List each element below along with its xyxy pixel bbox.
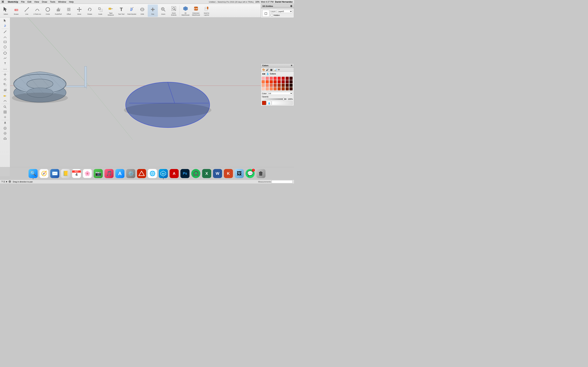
active-color-swatch[interactable]	[262, 101, 266, 105]
color-swatch[interactable]	[289, 77, 293, 80]
tool-move[interactable]: Move	[74, 5, 84, 17]
color-swatch[interactable]	[289, 87, 293, 90]
tool-select[interactable]: Select	[1, 5, 11, 17]
apple-menu[interactable]: ⌘	[1, 0, 4, 3]
opacity-handle[interactable]	[283, 98, 284, 100]
color-swatch[interactable]	[289, 80, 293, 83]
color-swatch[interactable]	[270, 87, 273, 90]
status-icon-question[interactable]: ?	[1, 180, 3, 183]
colors-back[interactable]: ◀	[262, 73, 263, 75]
tool-offset[interactable]: Offset	[64, 5, 74, 17]
tool-zoom[interactable]: Zoom	[158, 5, 168, 17]
color-swatch[interactable]	[266, 77, 269, 80]
color-swatch[interactable]	[270, 77, 273, 80]
app-name[interactable]: SketchUp	[6, 0, 20, 4]
dock-mail[interactable]: ✉️	[50, 168, 60, 179]
tool-extensionwarehouse[interactable]: EW Extension Warehouse	[191, 5, 201, 17]
sidebar-zoomwindow[interactable]	[1, 109, 9, 115]
sidebar-rect[interactable]	[1, 40, 9, 44]
tool-rotate[interactable]: Rotate	[85, 5, 95, 17]
colors-tab-sliders[interactable]: 🖌	[266, 68, 269, 71]
dock-appstore[interactable]: A	[115, 168, 125, 179]
color-swatch[interactable]	[262, 77, 265, 80]
dock-trash[interactable]: 🗑	[256, 168, 266, 179]
tool-eraser[interactable]: Eraser	[11, 5, 21, 17]
canvas-area[interactable]	[10, 17, 294, 176]
tool-3dwarehouse[interactable]: 3D Warehouse	[181, 5, 190, 17]
color-swatch[interactable]	[285, 87, 289, 90]
color-swatch[interactable]	[282, 87, 285, 90]
sidebar-walkthrough[interactable]	[1, 121, 9, 126]
sidebar-move[interactable]	[1, 72, 9, 77]
dock-excel[interactable]: X	[202, 168, 212, 179]
colors-tab-palette[interactable]: ▦	[269, 68, 273, 71]
tool-orbit[interactable]: Orbit	[137, 5, 147, 17]
color-swatch[interactable]	[266, 87, 269, 90]
color-swatch[interactable]	[277, 77, 281, 80]
color-swatch[interactable]	[285, 84, 289, 87]
edit-menu[interactable]: Edit	[26, 0, 33, 4]
sidebar-paint[interactable]	[1, 23, 9, 28]
sidebar-protractor[interactable]	[1, 98, 9, 103]
color-swatch[interactable]	[274, 84, 277, 87]
color-input-field[interactable]	[272, 101, 293, 105]
tool-arc[interactable]: 2 Point Arc	[32, 5, 42, 17]
sidebar-sections[interactable]	[1, 136, 9, 141]
dock-whatsapp[interactable]: 💬 3	[245, 168, 255, 179]
color-swatch[interactable]	[285, 80, 289, 83]
color-swatch[interactable]	[262, 84, 265, 87]
status-icon-info[interactable]: ℹ	[4, 180, 5, 183]
sidebar-measure[interactable]	[1, 93, 9, 98]
color-swatch[interactable]	[277, 84, 281, 87]
sidebar-dim[interactable]	[1, 66, 9, 71]
sidebar-arc[interactable]	[1, 34, 9, 39]
dock-chrome[interactable]: 🌐	[147, 168, 157, 179]
color-swatch[interactable]	[270, 84, 273, 87]
eyedropper-tool[interactable]: 💧	[267, 101, 271, 105]
tool-tapemeasure[interactable]: Tape Measure	[106, 5, 116, 17]
draw-menu[interactable]: Draw	[40, 0, 49, 4]
color-swatch[interactable]	[282, 84, 285, 87]
entity-hidden-checkbox[interactable]	[271, 14, 273, 16]
dock-itunes[interactable]: 🎵	[104, 168, 114, 179]
sidebar-pan2[interactable]	[1, 115, 9, 119]
color-swatch[interactable]	[285, 77, 289, 80]
sidebar-rotate2[interactable]	[1, 77, 9, 82]
dock-spotify[interactable]: 🎧	[191, 168, 201, 179]
tool-line[interactable]: Line	[22, 5, 32, 17]
sidebar-text[interactable]: T	[1, 61, 9, 66]
sidebar-line[interactable]	[1, 29, 9, 34]
sidebar-zoom2[interactable]	[1, 105, 9, 109]
tool-pushpull[interactable]: Push/Pull	[53, 5, 63, 17]
colors-forward[interactable]: ▶	[264, 73, 266, 75]
dock-word[interactable]: W	[212, 168, 223, 179]
colors-panel-close[interactable]: ✕	[291, 64, 293, 67]
tool-sendtolayout[interactable]: Send to LayOut	[201, 5, 212, 17]
tool-pan[interactable]: Pan	[148, 5, 158, 17]
color-swatch[interactable]	[282, 77, 285, 80]
colors-eyedropper[interactable]: 💧	[266, 72, 269, 75]
color-swatch[interactable]	[277, 80, 281, 83]
tool-paintbucket[interactable]: Paint Bucket	[127, 5, 137, 17]
dock-artrage[interactable]: A	[169, 168, 179, 179]
tool-circle[interactable]: Circle	[43, 5, 53, 17]
opacity-slider[interactable]	[262, 98, 286, 100]
color-type-select[interactable]: List Sliders	[267, 92, 293, 95]
dock-keynote[interactable]: K	[223, 168, 233, 179]
tool-texttool[interactable]: T Text Tool	[116, 5, 126, 17]
sidebar-circle2[interactable]	[1, 45, 9, 50]
color-swatch[interactable]	[282, 80, 285, 83]
sidebar-pushpull2[interactable]	[1, 87, 9, 92]
window-menu[interactable]: Window	[57, 0, 68, 4]
dock-photos[interactable]: 🌸	[82, 168, 92, 179]
dock-systemprefs[interactable]: ⚙️	[126, 168, 136, 179]
color-swatch[interactable]	[266, 80, 269, 83]
help-menu[interactable]: Help	[68, 0, 75, 4]
color-swatch[interactable]	[262, 80, 265, 83]
tools-menu[interactable]: Tools	[49, 0, 57, 4]
color-swatch[interactable]	[266, 84, 269, 87]
colors-tab-image[interactable]: 📊	[273, 68, 277, 71]
colors-tab-crayons[interactable]: ✏	[277, 68, 281, 71]
sidebar-lookaround[interactable]	[1, 126, 9, 131]
dock-photoshop[interactable]: Ps	[180, 168, 190, 179]
